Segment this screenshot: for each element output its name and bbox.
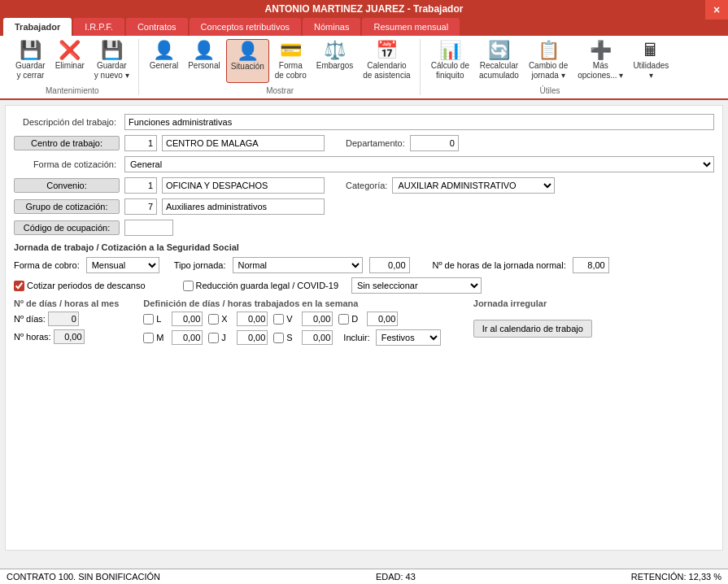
day-x-input[interactable] bbox=[237, 312, 268, 326]
dias-input[interactable] bbox=[48, 312, 79, 326]
cambio-jornada-label: Cambio dejornada ▾ bbox=[529, 61, 568, 81]
grupo-name-input[interactable] bbox=[162, 198, 325, 215]
ribbon-group-utiles: 📊 Cálculo definiquito 🔄 Recalcularacumul… bbox=[422, 39, 678, 95]
app-title: ANTONIO MARTINEZ JUAREZ - Trabajador bbox=[265, 3, 464, 15]
day-l-label: L bbox=[156, 314, 169, 324]
day-m-input[interactable] bbox=[172, 330, 203, 345]
day-j-checkbox[interactable] bbox=[208, 333, 219, 343]
codigo-ocupacion-input[interactable] bbox=[124, 220, 173, 236]
mas-opciones-label: Másopciones... ▾ bbox=[578, 61, 623, 81]
grupo-num-input[interactable] bbox=[124, 198, 157, 215]
tipo-jornada-label: Tipo jornada: bbox=[174, 260, 226, 270]
cotizar-periodos-label: Cotizar periodos de descanso bbox=[14, 281, 146, 291]
centro-num-input[interactable] bbox=[124, 135, 157, 151]
mas-opciones-button[interactable]: ➕ Másopciones... ▾ bbox=[573, 39, 627, 83]
descripcion-input[interactable] bbox=[124, 114, 714, 130]
tab-trabajador[interactable]: Trabajador bbox=[3, 18, 72, 36]
utilidades-button[interactable]: 🖩 Utilidades▾ bbox=[629, 39, 673, 83]
day-s-input[interactable] bbox=[302, 330, 333, 345]
dias-horas-mes-col: Nº de días / horas al mes Nº días: Nº ho… bbox=[14, 299, 119, 346]
departamento-label: Departamento: bbox=[346, 138, 405, 148]
eliminar-label: Eliminar bbox=[55, 61, 85, 71]
day-j-label: J bbox=[221, 333, 234, 342]
eliminar-button[interactable]: ❌ Eliminar bbox=[51, 39, 89, 83]
centro-name-input[interactable] bbox=[162, 135, 325, 151]
horas-jornada-normal-label: Nº de horas de la jornada normal: bbox=[433, 260, 566, 270]
reduccion-checkbox[interactable] bbox=[183, 281, 194, 291]
jornada-row1: Forma de cobro: Mensual Tipo jornada: No… bbox=[14, 257, 714, 273]
day-s-checkbox[interactable] bbox=[273, 333, 284, 343]
day-d-checkbox[interactable] bbox=[338, 314, 349, 325]
title-bar: ANTONIO MARTINEZ JUAREZ - Trabajador × bbox=[0, 0, 728, 18]
mas-opciones-icon: ➕ bbox=[590, 41, 612, 59]
situacion-button[interactable]: 👤 Situación bbox=[226, 39, 269, 83]
tab-contratos[interactable]: Contratos bbox=[126, 18, 188, 36]
calculo-finiquito-button[interactable]: 📊 Cálculo definiquito bbox=[427, 39, 473, 83]
calendario-icon: 📅 bbox=[376, 41, 398, 59]
day-x-label: X bbox=[221, 314, 234, 324]
delete-icon: ❌ bbox=[59, 41, 81, 59]
day-m-checkbox[interactable] bbox=[143, 333, 154, 343]
mantenimiento-label: Mantenimiento bbox=[46, 86, 99, 95]
day-v-label: V bbox=[286, 314, 299, 324]
descripcion-label: Descripción del trabajo: bbox=[14, 117, 120, 127]
guardar-nuevo-button[interactable]: 💾 Guardary nuevo ▾ bbox=[90, 39, 133, 83]
close-button[interactable]: × bbox=[705, 0, 728, 20]
save-new-icon: 💾 bbox=[101, 41, 123, 59]
categoria-select[interactable]: AUXILIAR ADMINISTRATIVO bbox=[392, 177, 555, 194]
main-content: Descripción del trabajo: Centro de traba… bbox=[5, 105, 723, 551]
grupo-cotizacion-row: Grupo de cotización: bbox=[14, 198, 714, 215]
calendario-button[interactable]: 📅 Calendariode asistencia bbox=[359, 39, 414, 83]
mostrar-label: Mostrar bbox=[266, 86, 294, 95]
day-x-checkbox[interactable] bbox=[208, 314, 219, 325]
day-l-input[interactable] bbox=[172, 312, 203, 326]
jornada-section-title: Jornada de trabajo / Cotización a la Seg… bbox=[14, 242, 714, 252]
forma-cobro-button[interactable]: 💳 Formade cobro bbox=[271, 39, 311, 83]
horas-jornada-input[interactable] bbox=[369, 257, 410, 273]
general-button[interactable]: 👤 General bbox=[146, 39, 183, 83]
personal-button[interactable]: 👤 Personal bbox=[184, 39, 224, 83]
tab-nominas[interactable]: Nóminas bbox=[303, 18, 360, 36]
convenio-button[interactable]: Convenio: bbox=[14, 178, 120, 193]
week-days-row2: M J S Incluir: Festivos bbox=[143, 329, 440, 346]
day-v-checkbox[interactable] bbox=[273, 314, 284, 325]
calendario-trabajo-button[interactable]: Ir al calendario de trabajo bbox=[473, 320, 592, 338]
cambio-jornada-button[interactable]: 📋 Cambio dejornada ▾ bbox=[525, 39, 572, 83]
recalcular-label: Recalcularacumulado bbox=[479, 61, 519, 81]
situacion-label: Situación bbox=[231, 62, 264, 72]
tab-conceptos[interactable]: Conceptos retributivos bbox=[190, 18, 301, 36]
utiles-label: Útiles bbox=[539, 86, 560, 95]
forma-cobro-select[interactable]: Mensual bbox=[86, 257, 159, 273]
departamento-input[interactable] bbox=[410, 135, 459, 151]
status-bar: CONTRATO 100. SIN BONIFICACIÓN EDAD: 43 … bbox=[0, 569, 728, 584]
horas-input[interactable] bbox=[54, 329, 85, 344]
cambio-jornada-icon: 📋 bbox=[538, 41, 560, 59]
guardar-cerrar-button[interactable]: 💾 Guardary cerrar bbox=[11, 39, 50, 83]
day-v-input[interactable] bbox=[302, 312, 333, 326]
convenio-name-input[interactable] bbox=[162, 177, 325, 194]
tab-resumen[interactable]: Resumen mensual bbox=[362, 18, 460, 36]
embargos-button[interactable]: ⚖️ Embargos bbox=[312, 39, 358, 83]
horas-normales-input[interactable] bbox=[573, 257, 609, 273]
convenio-num-input[interactable] bbox=[124, 177, 157, 194]
tab-irpf[interactable]: I.R.P.F. bbox=[73, 18, 124, 36]
codigo-ocupacion-button[interactable]: Código de ocupación: bbox=[14, 220, 120, 235]
tipo-jornada-select[interactable]: Normal bbox=[233, 257, 363, 273]
cotizar-periodos-checkbox[interactable] bbox=[14, 281, 24, 291]
definicion-col: Definición de días / horas trabajados en… bbox=[143, 299, 440, 346]
centro-trabajo-button[interactable]: Centro de trabajo: bbox=[14, 136, 120, 150]
tab-bar: Trabajador I.R.P.F. Contratos Conceptos … bbox=[0, 18, 728, 36]
guardar-nuevo-label: Guardary nuevo ▾ bbox=[94, 61, 129, 81]
forma-cotizacion-select[interactable]: General bbox=[124, 156, 714, 172]
day-j-input[interactable] bbox=[237, 330, 268, 345]
day-d-input[interactable] bbox=[367, 312, 398, 326]
day-l-checkbox[interactable] bbox=[143, 314, 154, 325]
forma-cotizacion-row: Forma de cotización: General bbox=[14, 156, 714, 172]
definicion-title: Definición de días / horas trabajados en… bbox=[143, 299, 440, 308]
incluir-select[interactable]: Festivos bbox=[376, 329, 441, 346]
grupo-cotizacion-button[interactable]: Grupo de cotización: bbox=[14, 199, 120, 214]
jornada-irregular-col: Jornada irregular Ir al calendario de tr… bbox=[473, 299, 592, 346]
recalcular-button[interactable]: 🔄 Recalcularacumulado bbox=[475, 39, 523, 83]
reduccion-select[interactable]: Sin seleccionar bbox=[351, 277, 482, 294]
calendario-label: Calendariode asistencia bbox=[363, 61, 410, 81]
